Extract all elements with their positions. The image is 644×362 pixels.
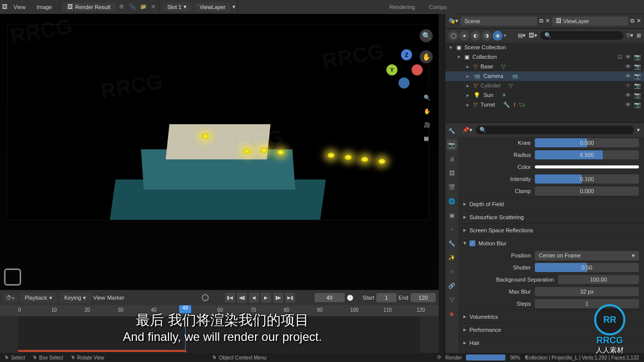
knee-slider[interactable]: 0.500 — [535, 138, 639, 147]
tab-material[interactable]: ◉ — [447, 309, 457, 319]
outliner-filter-icon[interactable]: 🖼▾ — [529, 33, 537, 38]
intensity-slider[interactable]: 0.100 — [535, 174, 639, 184]
tab-scene[interactable]: 🎬 — [447, 182, 457, 192]
panel-sss[interactable]: ▸Subsurface Scattering — [458, 210, 644, 223]
eye-closed-icon[interactable]: 👁 — [625, 82, 631, 88]
keying-menu[interactable]: Keying▾ — [59, 293, 92, 303]
camera-icon[interactable]: 📷 — [634, 92, 641, 99]
link-icon[interactable]: 📎 — [127, 4, 137, 10]
camera-icon[interactable]: 📷 — [634, 63, 641, 70]
timeline-editor-icon[interactable]: ⏱▾ — [3, 294, 18, 302]
tab-particles[interactable]: ✨ — [447, 252, 457, 262]
duplicate-icon[interactable]: ⧉ — [539, 18, 543, 24]
shading-wireframe-icon[interactable]: ◯ — [448, 31, 458, 41]
tab-object[interactable]: ▫ — [447, 224, 457, 234]
playback-menu[interactable]: Playback▾ — [20, 293, 57, 303]
eye-icon[interactable]: 👁 — [625, 54, 631, 60]
panel-performance[interactable]: ▸Performance — [458, 323, 644, 336]
radius-slider[interactable]: 6.500 — [535, 150, 639, 159]
scene-name-field[interactable]: Scene — [460, 17, 537, 26]
clamp-input[interactable]: 0.000 — [535, 187, 639, 196]
tab-compositing[interactable]: Compo — [422, 2, 454, 13]
panel-ssr[interactable]: ▸Screen Space Reflections — [458, 223, 644, 236]
outliner-collection[interactable]: ▾▣Collection ☑👁📷 — [445, 52, 644, 62]
bgsep-input[interactable]: 100.00 — [558, 275, 639, 284]
clock-icon[interactable]: 🕓 — [347, 295, 354, 301]
panel-volumetrics[interactable]: ▸Volumetrics — [458, 310, 644, 323]
orientation-gizmo[interactable]: Z Y — [386, 49, 427, 89]
jump-end-button[interactable]: ▶▮ — [285, 293, 295, 303]
image-selector[interactable]: 🖼 Render Result — [62, 3, 115, 12]
tab-viewlayer[interactable]: 🖼 — [447, 168, 457, 178]
tab-output[interactable]: 🖨 — [447, 154, 457, 164]
steps-input[interactable]: 1 — [535, 299, 639, 308]
shading-matcap-icon[interactable]: ◐ — [470, 31, 480, 41]
viewlayer-name-field[interactable]: 🖼ViewLayer — [552, 17, 629, 26]
camera-view-icon[interactable]: 🎥 — [424, 122, 431, 128]
imgedit-image-menu[interactable]: Image — [32, 2, 57, 12]
start-frame-input[interactable]: 1 — [376, 293, 396, 302]
dropdown-icon[interactable]: ▾ — [232, 4, 235, 10]
close-icon[interactable]: ✕ — [149, 4, 157, 10]
timeline-marker-menu[interactable]: Marker — [107, 295, 124, 301]
options-icon[interactable]: ▾ — [637, 127, 640, 133]
perspective-toggle-icon[interactable]: ▦ — [424, 135, 431, 142]
outliner-item-cylinder[interactable]: ▸▽Cylinder▽ 👁📷 — [445, 81, 644, 90]
pin-icon[interactable]: 📌▾ — [462, 127, 472, 133]
tab-collection[interactable]: ▣ — [447, 210, 457, 220]
current-frame-input[interactable]: 49 — [314, 293, 345, 302]
panel-motion-blur[interactable]: ▾✓Motion Blur — [458, 236, 644, 249]
autokey-icon[interactable] — [202, 294, 209, 301]
camera-icon[interactable]: 📷 — [634, 102, 641, 108]
camera-icon[interactable]: 📷 — [634, 73, 641, 79]
new-collection-icon[interactable]: ⊞ — [636, 33, 641, 38]
panel-hair[interactable]: ▸Hair — [458, 336, 644, 349]
eye-icon[interactable]: 👁 — [625, 92, 631, 98]
scene-icon[interactable]: 🎭▾ — [448, 18, 458, 24]
maxblur-input[interactable]: 32 px — [535, 287, 639, 296]
timeline-body[interactable] — [0, 316, 439, 353]
tab-world[interactable]: 🌐 — [447, 196, 457, 206]
jump-next-key-button[interactable]: ▮▶ — [273, 293, 283, 303]
timeline-ruler[interactable]: 0 10 20 30 40 49 60 70 80 90 100 110 120 — [0, 305, 439, 316]
area-corner-icon[interactable] — [4, 268, 21, 286]
close-icon[interactable]: ✕ — [636, 18, 641, 24]
jump-start-button[interactable]: ▮◀ — [225, 293, 235, 303]
outliner-search[interactable]: 🔍 — [540, 31, 623, 40]
outliner-item-camera[interactable]: ▸📹Camera📹 👁📷 — [445, 71, 644, 81]
viewport[interactable]: 🔍 ✋ Z Y 🔍 ✋ 🎥 ▦ RRCG RRCG RRCG RRCG — [0, 14, 439, 290]
shading-solid-icon[interactable]: ● — [459, 31, 469, 41]
tab-render[interactable]: 📷 — [447, 140, 457, 150]
jump-prev-key-button[interactable]: ◀▮ — [237, 293, 247, 303]
outliner-scene-collection[interactable]: ▾▣Scene Collection — [445, 43, 644, 52]
shading-preview-icon[interactable]: ◑ — [481, 31, 492, 41]
tab-rendering[interactable]: Rendering — [382, 2, 422, 13]
play-button[interactable]: ▶ — [261, 293, 271, 303]
checkbox-icon[interactable]: ☑ — [617, 54, 622, 60]
close-icon[interactable]: ✕ — [545, 18, 550, 24]
shutter-slider[interactable]: 0.50 — [535, 263, 639, 272]
panel-dof[interactable]: ▸Depth of Field — [458, 197, 644, 210]
playhead[interactable]: 49 — [179, 305, 191, 313]
tab-tool[interactable]: 🔧 — [447, 126, 457, 136]
zoom-icon[interactable]: 🔍 — [420, 29, 433, 42]
end-frame-input[interactable]: 120 — [411, 293, 436, 302]
outliner-item-turret[interactable]: ▸▽Turret🔧⌇▽₆ 👁📷 — [445, 100, 644, 110]
zoom-viewport-icon[interactable]: 🔍 — [424, 95, 431, 101]
eye-icon[interactable]: 👁 — [625, 63, 631, 69]
folder-icon[interactable]: 📁 — [138, 4, 148, 10]
outliner-item-base[interactable]: ▸▽Base▽ 👁📷 — [445, 62, 644, 71]
properties-search[interactable]: 🔍 — [475, 126, 634, 134]
shield-icon[interactable]: ⛨ — [118, 4, 126, 10]
tab-modifier[interactable]: 🔧 — [447, 238, 457, 248]
editor-type-icon[interactable]: 🖼 — [2, 4, 8, 10]
outliner-display-icon[interactable]: ▤▾ — [518, 33, 526, 38]
play-reverse-button[interactable]: ◀ — [249, 293, 259, 303]
tab-data[interactable]: ▽ — [447, 295, 457, 305]
eye-icon[interactable]: 👁 — [625, 73, 631, 79]
filter-icon[interactable]: ▽▾ — [626, 33, 633, 38]
shading-rendered-icon[interactable]: ◉ — [493, 31, 503, 41]
render-progress[interactable]: ⟳ Render 98% ✕ — [437, 354, 528, 360]
tab-constraints[interactable]: 🔗 — [447, 281, 457, 291]
color-field[interactable] — [535, 165, 639, 168]
